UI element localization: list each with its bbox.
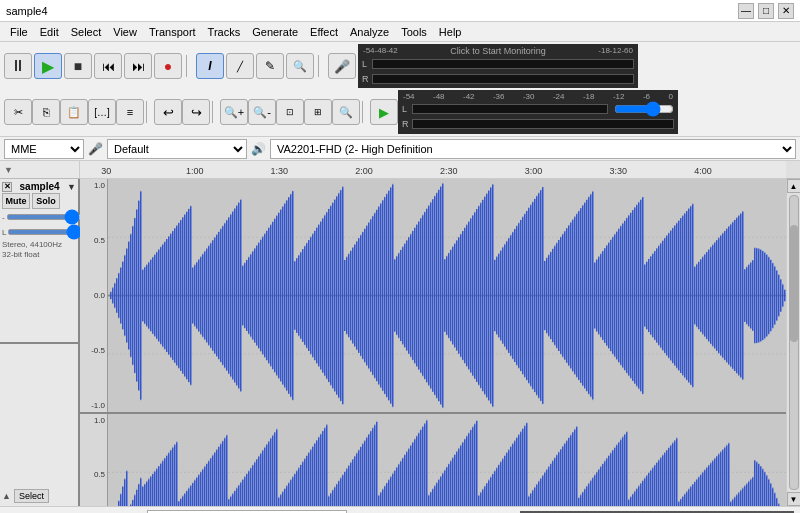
track-controls-panel: ✕ sample4 ▼ Mute Solo - + L R xyxy=(0,179,80,506)
output-meter-right: R xyxy=(402,117,674,133)
track2-select-area: ▲ Select xyxy=(2,489,76,504)
time-ruler-container: ▼ 30 1:00 1:30 2:00 2:30 3:00 3:30 4:00 xyxy=(0,161,800,179)
track1-mute-solo: Mute Solo xyxy=(2,193,76,209)
tool-trim[interactable]: […] xyxy=(88,99,116,125)
track1-solo-button[interactable]: Solo xyxy=(32,193,60,209)
ruler-corner-arrow: ▼ xyxy=(4,165,13,175)
ruler-corner: ▼ xyxy=(0,161,80,178)
menu-file[interactable]: File xyxy=(4,25,34,39)
tracks-area: ✕ sample4 ▼ Mute Solo - + L R xyxy=(0,179,800,506)
skip-start-button[interactable]: ⏮ xyxy=(94,53,122,79)
menu-generate[interactable]: Generate xyxy=(246,25,304,39)
tool-zoom-sel[interactable]: ⊡ xyxy=(276,99,304,125)
menu-edit[interactable]: Edit xyxy=(34,25,65,39)
output-device-select[interactable]: VA2201-FHD (2- High Definition xyxy=(270,139,796,159)
menu-transport[interactable]: Transport xyxy=(143,25,202,39)
track1-info: Stereo, 44100Hz32-bit float xyxy=(2,240,76,261)
vscroll-thumb[interactable] xyxy=(790,225,798,342)
menu-bar: File Edit Select View Transport Tracks G… xyxy=(0,22,800,42)
tool-redo[interactable]: ↪ xyxy=(182,99,210,125)
window-controls: — □ ✕ xyxy=(738,3,794,19)
mic-icon: 🎤 xyxy=(88,142,103,156)
play-button[interactable]: ▶ xyxy=(34,53,62,79)
output-meter-left-label: L xyxy=(402,104,410,114)
tool-cut[interactable]: ✂ xyxy=(4,99,32,125)
menu-tools[interactable]: Tools xyxy=(395,25,433,39)
track1-gain-row: - + xyxy=(2,210,76,224)
title-bar: sample4 — □ ✕ xyxy=(0,0,800,22)
click-to-start-label[interactable]: Click to Start Monitoring xyxy=(398,46,599,56)
menu-select[interactable]: Select xyxy=(65,25,108,39)
minimize-button[interactable]: — xyxy=(738,3,754,19)
input-meter: -54 -48 -42 Click to Start Monitoring -1… xyxy=(358,44,638,88)
track1-name-row: ✕ sample4 ▼ xyxy=(2,181,76,192)
track2-waveform[interactable]: 1.0 0.5 0.0 -0.5 -1.0 xyxy=(80,414,786,507)
toolbar-separator-2 xyxy=(318,55,324,77)
ruler-mark-0: 30 xyxy=(101,166,111,176)
tool-zoom-in[interactable]: 🔍+ xyxy=(220,99,248,125)
menu-view[interactable]: View xyxy=(107,25,143,39)
track2-select-button[interactable]: Select xyxy=(14,489,49,503)
waveform-container: 1.0 0.5 0.0 -0.5 -1.0 1.0 0.5 0.0 -0.5 xyxy=(80,179,786,506)
track1-control: ✕ sample4 ▼ Mute Solo - + L R xyxy=(0,179,78,344)
menu-effect[interactable]: Effect xyxy=(304,25,344,39)
mic-button[interactable]: 🎤 xyxy=(328,53,356,79)
vertical-scrollbar[interactable]: ▲ ▼ xyxy=(786,179,800,506)
track1-dropdown[interactable]: ▼ xyxy=(67,182,76,192)
time-ruler: 30 1:00 1:30 2:00 2:30 3:00 3:30 4:00 xyxy=(80,161,786,179)
track1-pan-row: L R xyxy=(2,225,76,239)
menu-help[interactable]: Help xyxy=(433,25,468,39)
pause-button[interactable]: ⏸ xyxy=(4,53,32,79)
tool-zoom-undo[interactable]: 🔍 xyxy=(332,99,360,125)
track1-close-button[interactable]: ✕ xyxy=(2,182,12,192)
toolbar-separator-1 xyxy=(186,55,192,77)
tool-paste[interactable]: 📋 xyxy=(60,99,88,125)
tool-undo[interactable]: ↩ xyxy=(154,99,182,125)
ruler-mark-1: 1:00 xyxy=(186,166,204,176)
waveforms: 1.0 0.5 0.0 -0.5 -1.0 1.0 0.5 0.0 -0.5 xyxy=(80,179,786,506)
menu-analyze[interactable]: Analyze xyxy=(344,25,395,39)
meter-right-label: R xyxy=(362,74,370,84)
output-gain-slider[interactable] xyxy=(614,105,674,113)
track1-waveform[interactable]: 1.0 0.5 0.0 -0.5 -1.0 xyxy=(80,179,786,414)
collapse-arrow[interactable]: ▲ xyxy=(2,491,11,501)
stop-button[interactable]: ■ xyxy=(64,53,92,79)
output-meter-left-bar xyxy=(412,104,608,114)
meter-row-right: R xyxy=(362,71,634,86)
selection-type-select[interactable]: Start and End of Selection xyxy=(147,510,347,514)
input-device-select[interactable]: Default xyxy=(107,139,247,159)
host-select[interactable]: MME xyxy=(4,139,84,159)
maximize-button[interactable]: □ xyxy=(758,3,774,19)
selection-section: Start and End of Selection xyxy=(147,510,514,514)
menu-tracks[interactable]: Tracks xyxy=(202,25,247,39)
tool-zoom[interactable]: 🔍 xyxy=(286,53,314,79)
close-button[interactable]: ✕ xyxy=(778,3,794,19)
tool-envelope[interactable]: ╱ xyxy=(226,53,254,79)
skip-end-button[interactable]: ⏭ xyxy=(124,53,152,79)
ruler-mark-4: 2:30 xyxy=(440,166,458,176)
toolbar-separator-3 xyxy=(146,101,152,123)
tool-copy[interactable]: ⎘ xyxy=(32,99,60,125)
meter-scale-top: -54 -48 -42 Click to Start Monitoring -1… xyxy=(362,46,634,56)
ruler-mark-3: 2:00 xyxy=(355,166,373,176)
tool-ibeam[interactable]: I xyxy=(196,53,224,79)
record-button[interactable]: ● xyxy=(154,53,182,79)
toolbar-separator-5 xyxy=(362,101,368,123)
tool-draw[interactable]: ✎ xyxy=(256,53,284,79)
ruler-mark-6: 3:30 xyxy=(610,166,628,176)
device-toolbar: MME 🎤 Default 🔊 VA2201-FHD (2- High Defi… xyxy=(0,137,800,161)
meter-row-left: L xyxy=(362,56,634,71)
tool-zoom-fit[interactable]: ⊞ xyxy=(304,99,332,125)
output-meter-left: L xyxy=(402,101,674,117)
tool-silence[interactable]: ≡ xyxy=(116,99,144,125)
vscroll-track[interactable] xyxy=(789,195,799,490)
tool-zoom-out[interactable]: 🔍- xyxy=(248,99,276,125)
scroll-down-button[interactable]: ▼ xyxy=(787,492,801,506)
scroll-up-button[interactable]: ▲ xyxy=(787,179,801,193)
meter-left-bar xyxy=(372,59,634,69)
output-meter-right-bar xyxy=(412,119,674,129)
output-play-button[interactable]: ▶ xyxy=(370,99,398,125)
title-bar-text: sample4 xyxy=(6,5,48,17)
track1-mute-button[interactable]: Mute xyxy=(2,193,30,209)
transport-toolbar: ⏸ ▶ ■ ⏮ ⏭ ● I ╱ ✎ 🔍 🎤 -54 -48 -42 Click … xyxy=(4,44,796,88)
